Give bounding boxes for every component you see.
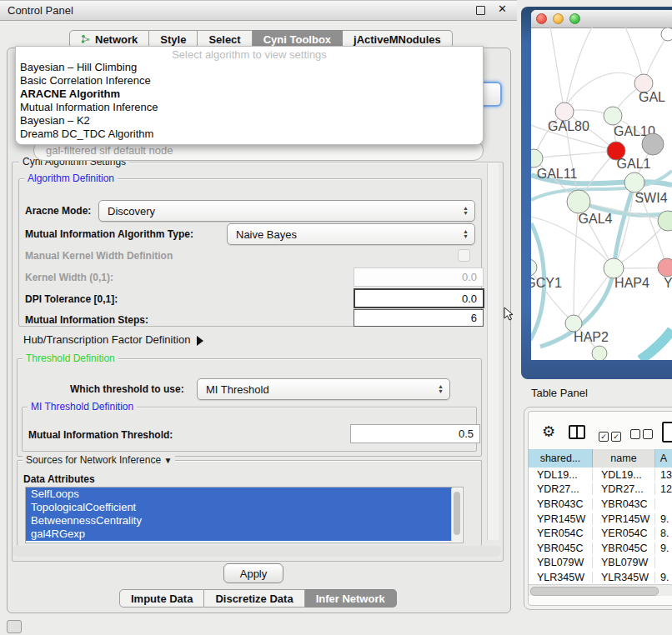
tab-label: Cyni Toolbox xyxy=(263,33,331,46)
close-icon[interactable]: ✕ xyxy=(498,2,507,15)
network-node-gal11[interactable] xyxy=(531,149,543,168)
table-cell: 9. xyxy=(655,513,672,525)
table-row[interactable]: YER054CYER054C8. xyxy=(529,526,672,541)
attribute-list-item[interactable]: gal4RGexp xyxy=(26,528,452,541)
table-horizontal-scrollbar[interactable] xyxy=(529,584,672,596)
network-view[interactable]: GALGAL80GAL10GAL1GAL11SWI4GAL4GCY1HAP4YH… xyxy=(531,28,672,360)
combo-arrows-icon: ▲▼ xyxy=(463,206,469,216)
popup-placeholder: Select algorithm to view settings xyxy=(16,47,483,61)
network-node-gal4[interactable] xyxy=(567,190,590,213)
combo-arrows-icon: ▲▼ xyxy=(438,384,444,394)
table-row[interactable]: YLR345WYLR345W9. xyxy=(529,570,672,584)
mi-threshold-field[interactable]: 0.5 xyxy=(350,424,480,443)
table-panel-title: Table Panel xyxy=(531,387,588,399)
table-cell: 13 xyxy=(655,469,672,481)
mi-steps-field[interactable]: 6 xyxy=(354,309,484,327)
network-node-gal80[interactable] xyxy=(555,102,574,121)
which-threshold-select[interactable]: MI Threshold ▲▼ xyxy=(197,378,450,400)
gear-icon[interactable]: ⚙ xyxy=(542,422,555,441)
table-row[interactable]: YDR27...YDR27...12 xyxy=(529,482,672,498)
collapse-arrow-icon: ▼ xyxy=(163,456,172,465)
dpi-tolerance-field[interactable]: 0.0 xyxy=(354,288,484,308)
network-window[interactable]: GALGAL80GAL10GAL1GAL11SWI4GAL4GCY1HAP4YH… xyxy=(531,10,672,360)
tab-label: Select xyxy=(208,33,240,46)
manual-kernel-checkbox[interactable] xyxy=(458,249,470,262)
control-panel-titlebar[interactable]: Control Panel ✕ xyxy=(0,0,517,21)
table-row[interactable]: YBR043CYBR043C xyxy=(529,497,672,512)
table-column-header[interactable]: A xyxy=(655,449,672,468)
float-window-icon[interactable] xyxy=(476,6,485,15)
dpi-tolerance-value: 0.0 xyxy=(462,292,477,305)
algorithm-option[interactable]: Mutual Information Inference xyxy=(16,101,483,114)
algorithm-option[interactable]: ARACNE Algorithm xyxy=(16,88,483,101)
network-node-gcy1[interactable] xyxy=(531,259,537,276)
table-panel-inner: ⚙ ✓✓ shared...nameA YDL19...YDL19...13YD… xyxy=(528,411,672,606)
network-node-gal10[interactable] xyxy=(604,107,622,125)
attribute-list-item[interactable]: SelfLoops xyxy=(26,488,452,501)
table-column-header[interactable]: shared... xyxy=(529,449,593,468)
mi-steps-label: Mutual Information Steps: xyxy=(25,314,148,326)
mi-type-select[interactable]: Naive Bayes ▲▼ xyxy=(227,223,475,245)
column-split-icon[interactable] xyxy=(569,425,585,442)
apply-button[interactable]: Apply xyxy=(223,563,283,583)
tab-label: Style xyxy=(160,33,186,46)
table-cell: YDL19... xyxy=(593,469,655,481)
table-cell: 8. xyxy=(655,528,672,539)
network-node[interactable] xyxy=(592,346,607,360)
network-window-titlebar[interactable] xyxy=(531,10,672,28)
table-cell: YER054C xyxy=(529,528,593,539)
aracne-mode-label: Aracne Mode: xyxy=(25,205,91,217)
combo-arrows-icon: ▲▼ xyxy=(463,229,469,239)
table-cell: YBR043C xyxy=(593,498,655,510)
document-icon[interactable] xyxy=(662,422,672,446)
settings-horizontal-scrollbar[interactable] xyxy=(13,546,501,557)
app-root: Control Panel ✕ NetworkStyleSelectCyni T… xyxy=(0,0,672,635)
table-row[interactable]: YBR045CYBR045C9. xyxy=(529,541,672,556)
table-cell: YDL19... xyxy=(529,469,593,481)
table-column-header[interactable]: name xyxy=(593,449,655,468)
network-node[interactable] xyxy=(661,28,672,41)
network-node-label: GAL1 xyxy=(617,157,651,171)
algorithm-definition-title: Algorithm Definition xyxy=(24,172,118,184)
algorithm-option[interactable]: Bayesian – Hill Climbing xyxy=(16,61,483,74)
tab-infer-network[interactable]: Infer Network xyxy=(305,589,397,608)
attribute-list-item[interactable]: TopologicalCoefficient xyxy=(26,501,452,514)
attribute-list-item[interactable]: BetweennessCentrality xyxy=(26,514,452,528)
network-node-hap2[interactable] xyxy=(565,315,582,332)
close-traffic-light[interactable] xyxy=(536,13,547,24)
network-node-y[interactable] xyxy=(658,258,672,277)
mi-type-value: Naive Bayes xyxy=(236,228,297,241)
table-cell: 12 xyxy=(655,483,672,495)
checked-boxes-icon[interactable]: ✓✓ xyxy=(599,428,624,442)
scrollbar-thumb[interactable] xyxy=(530,587,659,596)
minimize-traffic-light[interactable] xyxy=(553,13,564,24)
table-cell: YBL079W xyxy=(593,557,655,568)
table-cell: YER054C xyxy=(593,528,655,539)
network-node-swi4[interactable] xyxy=(624,172,644,192)
algorithm-option[interactable]: Dream8 DC_TDC Algorithm xyxy=(16,128,483,141)
algorithm-option[interactable]: Bayesian – K2 xyxy=(16,114,483,128)
table-row[interactable]: YPR145WYPR145W9. xyxy=(529,512,672,527)
network-node-label: Y xyxy=(664,276,672,290)
zoom-traffic-light[interactable] xyxy=(569,13,580,24)
unchecked-boxes-icon[interactable] xyxy=(630,428,655,442)
network-node[interactable] xyxy=(642,133,664,155)
table-row[interactable]: YBL079WYBL079W xyxy=(529,556,672,571)
table-cell: YDR27... xyxy=(593,483,655,495)
kernel-width-value: 0.0 xyxy=(462,271,477,283)
table-body: YDL19...YDL19...13YDR27...YDR27...12YBR0… xyxy=(529,468,672,584)
data-attributes-list[interactable]: SelfLoopsTopologicalCoefficientBetweenne… xyxy=(25,487,464,543)
table-cell: YPR145W xyxy=(529,513,593,525)
settings-vertical-scrollbar[interactable] xyxy=(487,163,499,540)
algorithm-dropdown-popup: Select algorithm to view settings Bayesi… xyxy=(15,46,484,145)
collapsed-panel-button[interactable] xyxy=(7,620,22,633)
algorithm-option[interactable]: Basic Correlation Inference xyxy=(16,74,483,88)
aracne-mode-select[interactable]: Discovery ▲▼ xyxy=(98,200,475,222)
hub-factor-expander[interactable]: Hub/Transcription Factor Definition xyxy=(23,333,203,346)
list-scrollbar[interactable] xyxy=(451,488,462,542)
kernel-width-field[interactable]: 0.0 xyxy=(354,268,484,287)
table-row[interactable]: YDL19...YDL19...13 xyxy=(529,468,672,482)
tab-impute-data[interactable]: Impute Data xyxy=(119,589,204,608)
tab-discretize-data[interactable]: Discretize Data xyxy=(204,589,304,608)
expander-arrow-icon xyxy=(197,336,203,346)
